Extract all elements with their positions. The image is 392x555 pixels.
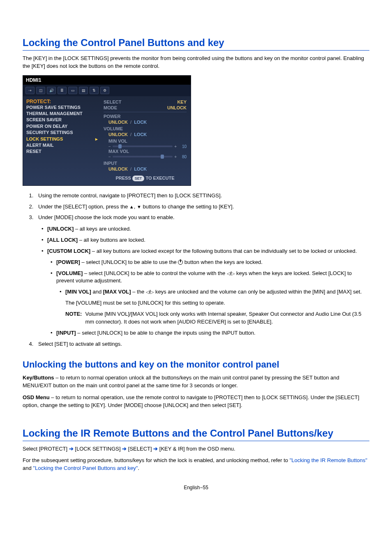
osd-tab-row: ⇢ ◫ 🔊 ≣ ▭ ▤ ⇅ ⚙ [23,85,191,96]
osd-protect-heading: PROTECT: [26,99,98,104]
plus-icon: + [174,144,177,149]
osd-menu-item: THERMAL MANAGEMENT [26,111,98,117]
plus-icon: + [174,155,177,159]
mode-custom-text: – all key buttons are locked except for … [90,248,357,254]
osd-mode-label: MODE [104,105,117,110]
osd-unlock-option: UNLOCK [108,166,128,171]
mode-custom-label: [CUSTOM LOCK] [47,248,90,254]
link-locking-panel[interactable]: "Locking the Control Panel Buttons and k… [33,465,138,471]
custom-volume-label: [VOLUME] [56,270,83,276]
up-triangle-icon: ▲ [129,205,134,209]
mode-unlock-item: [UNLOCK] – all keys are unlocked. [47,225,369,233]
link-locking-ir[interactable]: "Locking the IR Remote Buttons" [290,457,367,463]
page-footer: English−55 [23,485,369,490]
mode-alllock-item: [ALL LOCK] – all key buttons are locked. [47,236,369,244]
heading-unlocking: Unlocking the buttons and key on the mon… [23,359,369,370]
osd-sep: / [130,120,131,125]
osd-maxvol-value: 80 [178,155,187,159]
osd-minvol-label: MIN VOL [104,139,187,143]
arrow-icon: ➔ [122,446,127,452]
osd-select-value: KEY [177,99,187,104]
osd-sep: / [130,132,131,137]
osd-tab-icon: ⇢ [25,87,35,94]
minvol-label: [MIN VOL] [65,289,91,295]
minmax-pre: – the [131,289,146,295]
step-3: Under [MODE] choose the lock mode you wa… [35,213,369,337]
osd-menu-item: POWER ON DELAY [26,123,98,130]
lockir-period: . [138,465,139,471]
osd-tab-icon: ⇅ [90,87,99,94]
maxvol-label: [MAX VOL] [103,289,131,295]
custom-input-text: – select [UNLOCK] to be able to change t… [76,330,256,336]
mode-unlock-label: [UNLOCK] [47,226,74,232]
osd-power-toggle: UNLOCK / LOCK [104,120,187,125]
osd-sep: / [130,166,131,171]
osd-tab-icon: ▤ [79,87,88,94]
mode-unlock-text: – all keys are unlocked. [74,226,131,232]
osd-power-label: POWER [104,114,187,119]
unlock-keybuttons: Key/Buttons – to return to normal operat… [23,374,369,390]
mode-alllock-label: [ALL LOCK] [47,237,78,243]
minmax-volume-note: The [VOLUME] must be set to [UNLOCK] for… [65,299,369,307]
step-3-text: Under [MODE] choose the lock mode you wa… [38,214,175,220]
step-2-post: buttons to change the setting to [KEY]. [141,204,234,210]
lockir-path: Select [PROTECT] ➔ [LOCK SETTINGS] ➔ [SE… [23,445,369,453]
custom-power-item: [POWER] – select [UNLOCK] to be able to … [56,259,369,266]
minmax-post: keys are unlocked and the volume can onl… [154,289,362,295]
osd-left-pane: PROTECT: POWER SAVE SETTINGS THERMAL MAN… [23,96,101,185]
custom-volume-item: [VOLUME] – select [UNLOCK] to be able to… [56,270,369,326]
note-label: NOTE: [65,310,82,326]
note-text: Volume [MIN VOL]/[MAX VOL] lock only wor… [85,310,369,326]
custom-volume-pre: – select [UNLOCK] to be able to control … [83,270,226,276]
osd-tab-icon: ⚙ [100,87,109,94]
osd-select-label: SELECT [104,99,121,104]
osd-screenshot: HDMI1 ⇢ ◫ 🔊 ≣ ▭ ▤ ⇅ ⚙ PROTECT: POWER SAV… [23,75,191,186]
minmax-and: and [91,289,103,295]
osd-press-text: PRESS [115,176,131,180]
minus-icon: − [108,155,111,159]
osd-set-pill: SET [132,176,145,181]
osd-minvol-value: 10 [178,144,187,149]
unlock-keybuttons-text: – to return to normal operation unlock a… [23,375,339,388]
lockir-seg-key: [KEY & IR] from the OSD menu. [158,446,235,452]
lockir-and: and [23,465,33,471]
osd-tab-icon: ◫ [36,87,45,94]
steps-list: Using the remote control, navigate to [P… [27,192,369,349]
lockir-refer-pre: For the subsequent setting procedure, bu… [23,457,290,463]
custom-power-post: button when the keys are locked. [183,259,263,265]
osd-right-pane: SELECT KEY MODE UNLOCK POWER UNLOCK / LO… [101,96,191,185]
osd-input-toggle: UNLOCK / LOCK [104,166,187,171]
mode-alllock-text: – all key buttons are locked. [78,237,145,243]
step-1: Using the remote control, navigate to [P… [35,192,369,200]
osd-to-execute-text: TO EXECUTE [145,176,174,180]
custom-power-label: [POWER] [56,259,80,265]
custom-minmax-item: [MIN VOL] and [MAX VOL] – the ◁/▷ keys a… [65,288,369,326]
lockir-refer: For the subsequent setting procedure, bu… [23,457,369,472]
osd-minvol-slider: − + 10 [104,144,187,149]
chevron-right-icon: ▸ [95,136,98,142]
unlock-osdmenu: OSD Menu – to return to normal operation… [23,394,369,409]
osd-execute-hint: PRESS SET TO EXECUTE [104,176,187,181]
osd-menu-item-active: LOCK SETTINGS ▸ [26,136,98,142]
power-icon [178,260,183,265]
custom-power-pre: – select [UNLOCK] to be able to use the [80,259,178,265]
osd-menu-item: RESET [26,148,98,155]
left-triangle-icon: ◁ [146,290,149,294]
heading-locking-ir-panel: Locking the IR Remote Buttons and the Co… [23,428,369,441]
arrow-icon: ➔ [69,446,74,452]
osd-lock-option: LOCK [134,120,147,125]
osd-unlock-option: UNLOCK [108,132,128,137]
lockir-seg-lock: [LOCK SETTINGS] [74,446,122,452]
left-triangle-icon: ◁ [227,271,230,276]
osd-menu-item: POWER SAVE SETTINGS [26,104,98,111]
custom-input-label: [INPUT] [56,330,76,336]
arrow-icon: ➔ [153,446,158,452]
unlock-osdmenu-text: – to return to normal operation, use the… [23,394,359,408]
osd-unlock-option: UNLOCK [108,120,128,125]
step-2: Under the [SELECT] option, press the ▲, … [35,203,369,211]
unlock-keybuttons-label: Key/Buttons [23,375,54,381]
osd-volume-toggle: UNLOCK / LOCK [104,132,187,137]
osd-menu-item: SCREEN SAVER [26,117,98,123]
osd-volume-label: VOLUME [104,126,187,131]
step-4: Select [SET] to activate all settings. [35,340,369,349]
